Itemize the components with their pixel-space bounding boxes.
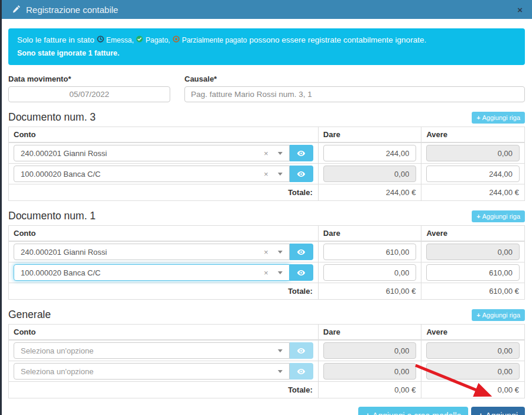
conto-select[interactable]: 100.000020 Banca C/C × (14, 264, 290, 281)
clear-icon[interactable]: × (264, 149, 268, 158)
eye-button[interactable] (290, 166, 313, 182)
pencil-icon (12, 5, 21, 15)
add-row-label: Aggiungi riga (482, 114, 520, 121)
modal-header: Registrazione contabile × (0, 0, 532, 19)
section-documento-1: Documento num. 1 +Aggiungi riga Conto Da… (8, 210, 525, 300)
total-row: Totale: 610,00 € 610,00 € (9, 283, 525, 300)
causale-input[interactable] (184, 86, 525, 102)
column-header-conto: Conto (9, 325, 319, 341)
plus-icon: + (476, 114, 480, 121)
chevron-down-icon (278, 152, 283, 155)
conto-select[interactable]: Seleziona un'opzione (14, 342, 290, 359)
total-row: Totale: 244,00 € 244,00 € (9, 184, 525, 201)
chevron-down-icon (278, 251, 283, 254)
modal-title-text: Registrazione contabile (26, 5, 118, 15)
conto-select[interactable]: 240.000201 Gianni Rossi × (14, 145, 290, 161)
table-row: Seleziona un'opzione (9, 340, 525, 361)
plus-icon: + (476, 312, 480, 319)
eye-button[interactable] (290, 264, 313, 281)
chevron-down-icon (278, 370, 283, 373)
column-header-conto: Conto (9, 226, 319, 242)
section-title: Documento num. 3 (8, 111, 96, 124)
add-row-label: Aggiungi riga (482, 312, 520, 319)
total-dare: 244,00 € (318, 184, 421, 201)
column-header-dare: Dare (318, 127, 421, 143)
conto-select[interactable]: 240.000201 Gianni Rossi × (14, 244, 290, 260)
add-button-label: Aggiungi (486, 411, 518, 415)
alert-text-prefix: Solo le fatture in stato (17, 34, 95, 46)
chevron-down-icon (278, 173, 283, 176)
total-label: Totale: (9, 184, 319, 201)
background-page-edge (0, 0, 2, 415)
causale-label: Causale* (184, 74, 525, 83)
add-row-button[interactable]: +Aggiungi riga (472, 210, 525, 222)
status-emessa: Emessa, (97, 35, 134, 46)
data-movimento-label: Data movimento* (8, 74, 170, 83)
total-avere: 0,00 € (421, 382, 525, 398)
column-header-avere: Avere (421, 127, 525, 143)
clock-icon (97, 35, 104, 46)
status-pagato: Pagato, (136, 35, 170, 46)
plus-icon: + (478, 411, 483, 415)
eye-button (290, 363, 313, 380)
avere-input (426, 244, 520, 260)
add-and-create-template-button[interactable]: +Aggiungi e crea modello (358, 407, 468, 415)
invoice-status-alert: Solo le fatture in stato Emessa, Pagato,… (8, 28, 525, 65)
eye-button[interactable] (290, 244, 313, 260)
table-row: 240.000201 Gianni Rossi × (9, 142, 525, 164)
add-button[interactable]: +Aggiungi (471, 407, 525, 415)
total-avere: 244,00 € (421, 184, 525, 201)
table-row: 100.000020 Banca C/C × (9, 164, 525, 184)
conto-select[interactable]: Seleziona un'opzione (14, 363, 290, 380)
clear-icon[interactable]: × (264, 248, 268, 257)
section-title: Documento num. 1 (8, 210, 96, 222)
dare-input (323, 363, 417, 380)
causale-field: Causale* (184, 74, 525, 102)
plus-icon: + (476, 213, 480, 220)
ignored-invoices-note: Sono state ignorate 1 fatture. (17, 48, 516, 59)
data-movimento-field: Data movimento* (8, 74, 170, 102)
table-row: Seleziona un'opzione (9, 361, 525, 382)
total-avere: 610,00 € (421, 283, 525, 300)
section-generale: Generale +Aggiungi riga Conto Dare Avere… (8, 309, 525, 398)
plus-icon: + (365, 411, 370, 415)
eye-button[interactable] (290, 145, 313, 161)
column-header-dare: Dare (318, 226, 421, 242)
dare-input[interactable] (323, 145, 417, 161)
data-movimento-input[interactable] (8, 86, 170, 102)
close-icon[interactable]: × (517, 5, 523, 14)
total-dare: 610,00 € (318, 283, 421, 300)
total-label: Totale: (9, 283, 319, 300)
clear-icon[interactable]: × (264, 268, 268, 277)
column-header-avere: Avere (421, 226, 525, 242)
chevron-down-icon (278, 271, 283, 274)
conto-select[interactable]: 100.000020 Banca C/C × (14, 166, 290, 182)
total-label: Totale: (9, 382, 319, 398)
eye-button (290, 342, 313, 359)
alert-text-suffix: possono essere registrate contabilmente … (249, 34, 426, 46)
add-row-button[interactable]: +Aggiungi riga (472, 309, 525, 321)
add-row-button[interactable]: +Aggiungi riga (472, 112, 525, 124)
chevron-down-icon (278, 349, 283, 352)
dare-input[interactable] (323, 264, 417, 281)
table-row: 240.000201 Gianni Rossi × (9, 241, 525, 262)
modal-title: Registrazione contabile (12, 5, 118, 15)
clear-icon[interactable]: × (264, 170, 268, 179)
avere-input[interactable] (426, 264, 520, 281)
add-row-label: Aggiungi riga (482, 213, 520, 220)
check-circle-icon (136, 35, 143, 46)
dare-input[interactable] (323, 244, 417, 260)
status-parzialmente-pagato: Parzialmente pagato (173, 35, 247, 46)
total-dare: 0,00 € (318, 382, 421, 398)
column-header-dare: Dare (318, 325, 421, 341)
column-header-conto: Conto (9, 127, 319, 143)
table-row: 100.000020 Banca C/C × (9, 262, 525, 283)
section-title: Generale (8, 309, 51, 321)
dare-input (323, 342, 417, 359)
avere-input[interactable] (426, 166, 520, 182)
dare-input (323, 166, 417, 182)
add-and-create-template-label: Aggiungi e crea modello (372, 411, 461, 415)
avere-input (426, 145, 520, 161)
avere-input (426, 363, 520, 380)
dot-circle-icon (173, 35, 180, 46)
